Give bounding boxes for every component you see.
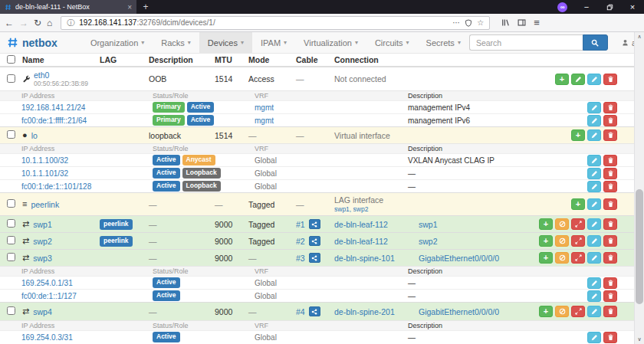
url-field[interactable]: ⓘ 192.168.141.137:32769/dcim/devices/1/ … xyxy=(61,16,490,30)
account-icon[interactable]: ∞ xyxy=(557,2,567,12)
row-checkbox[interactable] xyxy=(7,74,15,83)
disable-button[interactable] xyxy=(555,235,569,247)
edit-button[interactable] xyxy=(587,218,601,230)
sidebars-icon[interactable] xyxy=(518,18,526,27)
connected-device-link[interactable]: de-bln-spine-101 xyxy=(334,254,395,263)
delete-button[interactable] xyxy=(603,218,617,230)
delete-button[interactable] xyxy=(603,252,617,264)
select-all-checkbox[interactable] xyxy=(7,55,15,64)
edit-button[interactable] xyxy=(587,115,601,126)
forward-icon[interactable]: → xyxy=(19,18,28,28)
edit-button[interactable] xyxy=(587,306,601,317)
connected-interface-link[interactable]: swp2 xyxy=(419,237,438,246)
scroll-up-icon[interactable]: ∧ xyxy=(635,34,644,40)
browser-tab[interactable]: de-bln-leaf-111 - NetBox × xyxy=(0,0,136,14)
new-tab-button[interactable]: + xyxy=(136,0,155,14)
reload-icon[interactable]: ↻ xyxy=(34,18,41,28)
row-checkbox[interactable] xyxy=(7,236,15,244)
nav-item-secrets[interactable]: Secrets▾ xyxy=(418,32,469,53)
connect-button[interactable] xyxy=(571,74,585,85)
nav-item-racks[interactable]: Racks▾ xyxy=(153,32,199,53)
edit-button[interactable] xyxy=(587,198,601,210)
add-ip-button[interactable]: + xyxy=(539,218,553,230)
menu-icon[interactable]: ≡ xyxy=(534,18,540,28)
add-ip-button[interactable]: + xyxy=(539,235,553,247)
search-input[interactable] xyxy=(469,34,583,51)
ip-address-link[interactable]: 192.168.141.21/24 xyxy=(21,103,85,112)
connected-device-link[interactable]: de-bln-spine-201 xyxy=(334,307,395,316)
cable-link[interactable]: #4 xyxy=(296,307,305,316)
vrf-link[interactable]: mgmt xyxy=(255,103,274,112)
edit-button[interactable] xyxy=(587,332,601,343)
edit-button[interactable] xyxy=(587,181,601,192)
page-scrollbar[interactable]: ∧ ∨ xyxy=(634,32,644,344)
page-actions-icon[interactable]: ⋯ xyxy=(452,18,460,27)
delete-button[interactable] xyxy=(603,168,617,179)
pocket-icon[interactable] xyxy=(465,19,472,27)
delete-button[interactable] xyxy=(603,115,617,126)
disconnect-button[interactable] xyxy=(571,218,585,230)
interface-link[interactable]: lo xyxy=(31,131,38,140)
interface-link[interactable]: eth0 xyxy=(34,70,88,80)
nav-item-organization[interactable]: Organization▾ xyxy=(82,32,153,53)
home-icon[interactable]: ⌂ xyxy=(47,18,52,28)
cable-trace-button[interactable] xyxy=(309,253,320,263)
cable-link[interactable]: #2 xyxy=(296,237,305,246)
cable-trace-button[interactable] xyxy=(309,236,320,246)
cable-trace-button[interactable] xyxy=(309,219,320,229)
edit-button[interactable] xyxy=(587,290,601,302)
ip-address-link[interactable]: 10.1.1.101/32 xyxy=(21,169,68,178)
add-ip-button[interactable]: + xyxy=(571,129,585,141)
delete-button[interactable] xyxy=(603,290,617,302)
ip-address-link[interactable]: fc00:de:1:ffff::21/64 xyxy=(21,116,87,125)
connected-device-link[interactable]: de-bln-leaf-112 xyxy=(334,220,388,229)
interface-link[interactable]: swp3 xyxy=(33,254,52,263)
row-checkbox[interactable] xyxy=(7,219,15,228)
site-info-icon[interactable]: ⓘ xyxy=(67,18,74,28)
disable-button[interactable] xyxy=(555,306,569,317)
ip-address-link[interactable]: 169.254.0.3/31 xyxy=(21,333,73,342)
delete-button[interactable] xyxy=(603,155,617,166)
row-checkbox[interactable] xyxy=(7,130,15,139)
delete-button[interactable] xyxy=(603,181,617,192)
ip-address-link[interactable]: 169.254.0.1/31 xyxy=(21,279,73,287)
library-icon[interactable] xyxy=(501,18,510,27)
edit-button[interactable] xyxy=(587,235,601,247)
disable-button[interactable] xyxy=(555,252,569,264)
disconnect-button[interactable] xyxy=(571,306,585,317)
scroll-down-icon[interactable]: ∨ xyxy=(635,336,644,342)
nav-item-virtualization[interactable]: Virtualization▾ xyxy=(295,32,366,53)
disable-button[interactable] xyxy=(555,218,569,230)
close-button[interactable]: × xyxy=(621,0,644,14)
edit-button[interactable] xyxy=(587,102,601,113)
connected-device-link[interactable]: de-bln-leaf-112 xyxy=(334,237,388,246)
delete-button[interactable] xyxy=(603,102,617,113)
row-checkbox[interactable] xyxy=(7,253,15,261)
edit-button[interactable] xyxy=(587,74,601,85)
connected-interface-link[interactable]: swp1 xyxy=(419,220,438,229)
cable-link[interactable]: #1 xyxy=(296,220,305,229)
row-checkbox[interactable] xyxy=(7,199,15,208)
interface-link[interactable]: swp4 xyxy=(33,307,52,316)
cable-trace-button[interactable] xyxy=(309,306,320,316)
tab-close-icon[interactable]: × xyxy=(127,3,132,11)
edit-button[interactable] xyxy=(587,155,601,166)
search-button[interactable] xyxy=(583,34,608,51)
delete-button[interactable] xyxy=(603,235,617,247)
bookmark-star-icon[interactable]: ☆ xyxy=(477,18,484,27)
ip-address-link[interactable]: 10.1.1.100/32 xyxy=(21,156,68,165)
delete-button[interactable] xyxy=(603,332,617,343)
disconnect-button[interactable] xyxy=(571,252,585,264)
interface-link[interactable]: swp2 xyxy=(33,237,52,246)
nav-item-ipam[interactable]: IPAM▾ xyxy=(252,32,295,53)
delete-button[interactable] xyxy=(603,129,617,141)
interface-link[interactable]: swp1 xyxy=(33,220,52,229)
delete-button[interactable] xyxy=(603,277,617,289)
delete-button[interactable] xyxy=(603,198,617,210)
add-ip-button[interactable]: + xyxy=(555,74,569,85)
lag-members[interactable]: swp1, swp2 xyxy=(334,205,419,214)
nav-item-devices[interactable]: Devices▾ xyxy=(199,32,252,53)
back-icon[interactable]: ← xyxy=(5,18,14,28)
row-checkbox[interactable] xyxy=(7,306,15,315)
connected-interface-link[interactable]: GigabitEthernet0/0/0/0 xyxy=(419,307,499,316)
